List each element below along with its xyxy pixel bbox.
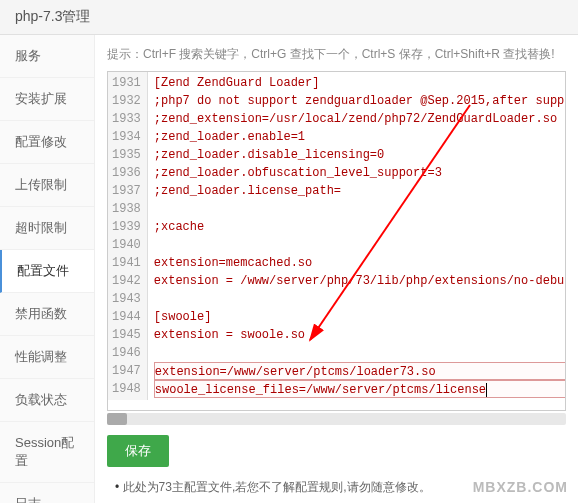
sidebar: 服务安装扩展配置修改上传限制超时限制配置文件禁用函数性能调整负载状态Sessio… (0, 35, 95, 503)
sidebar-item-6[interactable]: 禁用函数 (0, 293, 94, 336)
sidebar-item-2[interactable]: 配置修改 (0, 121, 94, 164)
line-gutter: 1931193219331934193519361937193819391940… (108, 72, 148, 400)
watermark: MBXZB.COM (473, 479, 568, 495)
window-title: php-7.3管理 (0, 0, 578, 35)
code-content[interactable]: [Zend ZendGuard Loader];php7 do not supp… (148, 72, 566, 400)
main-panel: 提示：Ctrl+F 搜索关键字，Ctrl+G 查找下一个，Ctrl+S 保存，C… (95, 35, 578, 503)
sidebar-item-8[interactable]: 负载状态 (0, 379, 94, 422)
code-editor[interactable]: 1931193219331934193519361937193819391940… (107, 71, 566, 411)
sidebar-item-10[interactable]: 日志 (0, 483, 94, 503)
scrollbar-thumb[interactable] (107, 413, 127, 425)
sidebar-item-4[interactable]: 超时限制 (0, 207, 94, 250)
sidebar-item-3[interactable]: 上传限制 (0, 164, 94, 207)
sidebar-item-9[interactable]: Session配置 (0, 422, 94, 483)
sidebar-item-5[interactable]: 配置文件 (0, 250, 94, 293)
sidebar-item-1[interactable]: 安装扩展 (0, 78, 94, 121)
hint-text: 提示：Ctrl+F 搜索关键字，Ctrl+G 查找下一个，Ctrl+S 保存，C… (107, 45, 566, 63)
save-button[interactable]: 保存 (107, 435, 169, 467)
main-container: 服务安装扩展配置修改上传限制超时限制配置文件禁用函数性能调整负载状态Sessio… (0, 35, 578, 503)
sidebar-item-0[interactable]: 服务 (0, 35, 94, 78)
horizontal-scrollbar[interactable] (107, 413, 566, 425)
sidebar-item-7[interactable]: 性能调整 (0, 336, 94, 379)
